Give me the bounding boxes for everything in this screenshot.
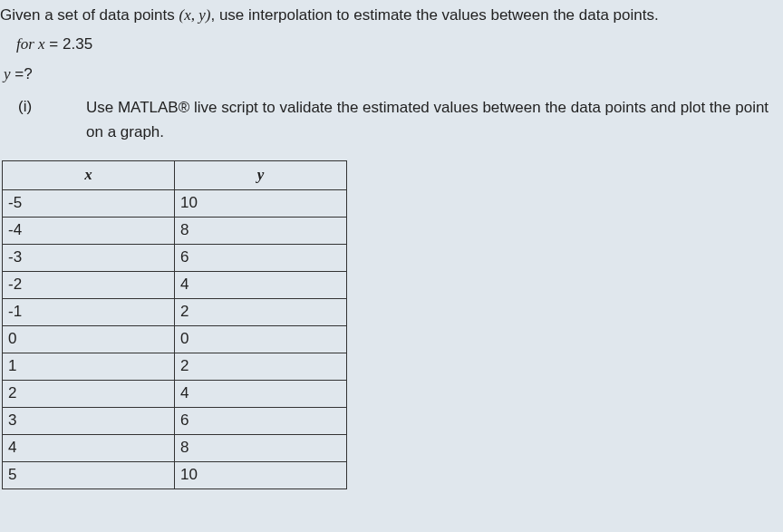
cell-y: 10 bbox=[175, 461, 347, 488]
header-x: x bbox=[3, 160, 175, 189]
cell-y: 0 bbox=[175, 325, 347, 353]
table-header-row: x y bbox=[3, 160, 347, 189]
cell-x: -2 bbox=[3, 271, 175, 298]
problem-y: y =? bbox=[0, 63, 783, 86]
cell-y: 4 bbox=[175, 271, 347, 298]
table-row: -24 bbox=[3, 271, 347, 298]
part-text: Use MATLAB® live script to validate the … bbox=[86, 95, 775, 144]
cell-y: 6 bbox=[175, 407, 347, 434]
table-row: 36 bbox=[3, 407, 347, 434]
cell-y: 8 bbox=[175, 217, 347, 244]
problem-intro: Given a set of data points (x, y), use i… bbox=[0, 4, 783, 27]
cell-y: 8 bbox=[175, 434, 347, 461]
table-row: -12 bbox=[3, 298, 347, 325]
cell-y: 2 bbox=[175, 298, 347, 325]
table-row: -36 bbox=[3, 244, 347, 271]
cell-x: 0 bbox=[3, 325, 175, 353]
cell-x: 4 bbox=[3, 434, 175, 461]
cell-y: 6 bbox=[175, 244, 347, 271]
forx-label: for x bbox=[16, 35, 45, 53]
cell-x: -1 bbox=[3, 298, 175, 325]
cell-x: 1 bbox=[3, 353, 175, 380]
table-row: -510 bbox=[3, 189, 347, 217]
cell-y: 10 bbox=[175, 189, 347, 217]
table-row: -48 bbox=[3, 217, 347, 244]
cell-x: 3 bbox=[3, 407, 175, 434]
y-value: =? bbox=[11, 65, 33, 82]
y-label: y bbox=[4, 65, 11, 82]
cell-x: 2 bbox=[3, 380, 175, 407]
data-table: x y -510 -48 -36 -24 -12 00 12 24 36 48 … bbox=[2, 160, 347, 489]
cell-x: -4 bbox=[3, 217, 175, 244]
table-row: 510 bbox=[3, 461, 347, 488]
header-y: y bbox=[175, 160, 347, 189]
part-label: (i) bbox=[18, 95, 86, 119]
cell-y: 2 bbox=[175, 353, 347, 380]
table-row: 00 bbox=[3, 325, 347, 353]
cell-x: 5 bbox=[3, 461, 175, 488]
forx-value: = 2.35 bbox=[45, 35, 92, 53]
table-row: 24 bbox=[3, 380, 347, 407]
problem-part-i: (i) Use MATLAB® live script to validate … bbox=[0, 95, 783, 144]
problem-forx: for x = 2.35 bbox=[0, 33, 783, 56]
cell-y: 4 bbox=[175, 380, 347, 407]
table-row: 48 bbox=[3, 434, 347, 461]
cell-x: -5 bbox=[3, 189, 175, 217]
cell-x: -3 bbox=[3, 244, 175, 271]
table-row: 12 bbox=[3, 353, 347, 380]
